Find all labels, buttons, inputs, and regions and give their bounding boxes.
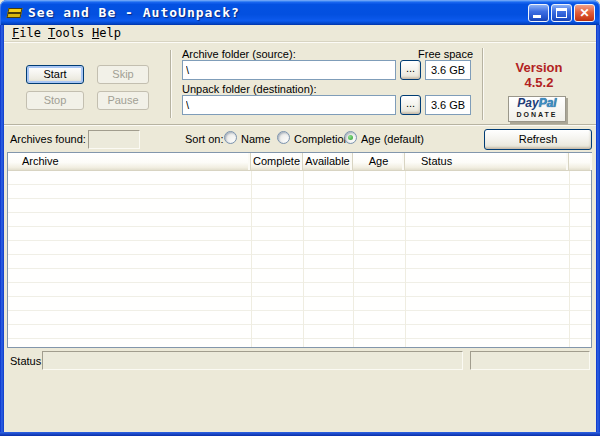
refresh-button[interactable]: Refresh xyxy=(484,129,592,150)
archives-found-value xyxy=(88,130,140,149)
close-icon: ✕ xyxy=(575,5,594,22)
menu-file[interactable]: File xyxy=(8,25,45,41)
paypal-donate-label: DONATE xyxy=(509,110,565,119)
radio-sort-name-label[interactable]: Name xyxy=(241,133,270,145)
minimize-icon xyxy=(533,15,541,18)
version-number: 4.5.2 xyxy=(487,75,591,90)
radio-sort-age[interactable] xyxy=(344,131,357,144)
column-header-age[interactable]: Age xyxy=(353,153,405,170)
skip-button[interactable]: Skip xyxy=(97,65,149,84)
window-border-bottom xyxy=(0,432,600,436)
window-border-right xyxy=(596,25,600,432)
app-icon xyxy=(7,6,23,20)
sort-on-label: Sort on: xyxy=(185,133,224,145)
dest-browse-button[interactable]: ... xyxy=(400,95,421,115)
column-header-complete[interactable]: Complete xyxy=(251,153,303,170)
radio-sort-completion-label[interactable]: Completion xyxy=(294,133,350,145)
radio-sort-completion[interactable] xyxy=(277,131,290,144)
status-secondary xyxy=(470,351,590,370)
column-header-available[interactable]: Available xyxy=(303,153,353,170)
close-button[interactable]: ✕ xyxy=(574,4,595,22)
window-border-left xyxy=(0,25,4,432)
free-space-label: Free space xyxy=(418,48,472,60)
title-bar[interactable]: See and Be - AutoUnpack? ✕ xyxy=(0,0,600,25)
column-header-status[interactable]: Status xyxy=(405,153,569,170)
menu-tools[interactable]: Tools xyxy=(44,25,88,41)
maximize-button[interactable] xyxy=(551,4,572,22)
source-free-space: 3.6 GB xyxy=(425,60,471,80)
list-body xyxy=(8,171,591,347)
version-info: Version 4.5.2 xyxy=(487,60,591,90)
paypal-logo: PayPal xyxy=(509,97,565,110)
status-value xyxy=(42,351,463,370)
dest-folder-label: Unpack folder (destination): xyxy=(182,83,317,95)
menu-bar: File Tools Help xyxy=(4,25,596,42)
list-header: Archive Complete Available Age Status xyxy=(8,153,591,171)
application-window: See and Be - AutoUnpack? ✕ File Tools He… xyxy=(0,0,600,436)
paypal-donate-button[interactable]: PayPal DONATE xyxy=(508,96,566,122)
column-header-blank xyxy=(569,153,592,170)
radio-sort-name[interactable] xyxy=(224,131,237,144)
version-label: Version xyxy=(487,60,591,75)
radio-dot-icon xyxy=(348,135,353,140)
archive-list: Archive Complete Available Age Status xyxy=(7,152,592,348)
dest-folder-input[interactable] xyxy=(182,95,396,115)
source-browse-button[interactable]: ... xyxy=(400,60,421,80)
minimize-button[interactable] xyxy=(528,4,549,22)
column-header-archive[interactable]: Archive xyxy=(8,153,251,170)
maximize-icon xyxy=(556,8,567,18)
archives-found-label: Archives found: xyxy=(10,133,86,145)
pause-button[interactable]: Pause xyxy=(97,91,149,110)
separator-panel xyxy=(4,124,596,126)
menu-help[interactable]: Help xyxy=(88,25,125,41)
source-folder-input[interactable] xyxy=(182,60,396,80)
stop-button[interactable]: Stop xyxy=(26,91,84,110)
start-button[interactable]: Start xyxy=(26,65,84,84)
window-title: See and Be - AutoUnpack? xyxy=(28,0,240,25)
status-label: Status: xyxy=(10,355,44,367)
separator-version xyxy=(482,48,484,120)
source-folder-label: Archive folder (source): xyxy=(182,48,296,60)
radio-sort-age-label[interactable]: Age (default) xyxy=(361,133,424,145)
dest-free-space: 3.6 GB xyxy=(425,95,471,115)
separator-buttons xyxy=(170,50,172,118)
